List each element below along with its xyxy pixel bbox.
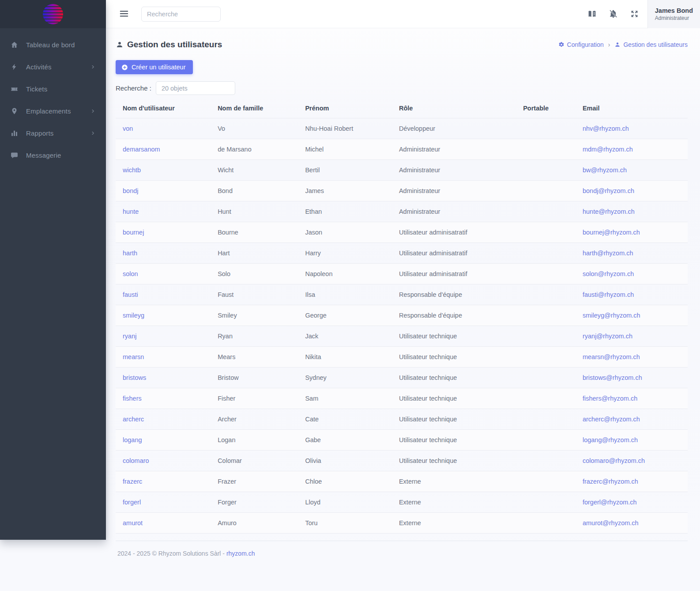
create-user-button-label: Créer un utilisateur (132, 64, 186, 71)
cell-username-link[interactable]: harth (123, 250, 137, 257)
cell-username-link[interactable]: demarsanom (123, 146, 160, 153)
users-table: Nom d'utilisateurNom de famillePrénomRôl… (116, 98, 688, 533)
cell-username: logang (116, 430, 211, 451)
cell-email-link[interactable]: forgerl@rhyzom.ch (583, 499, 637, 506)
user-icon (614, 42, 621, 48)
column-header: Prénom (298, 98, 392, 118)
user-menu[interactable]: James Bond Administrateur (647, 0, 700, 28)
table-search-input[interactable] (156, 81, 235, 95)
cell-email-link[interactable]: mdm@rhyzom.ch (583, 146, 633, 153)
cell-portable (516, 139, 576, 160)
cell-username-link[interactable]: colomaro (123, 457, 149, 464)
cell-username-link[interactable]: bondj (123, 187, 138, 194)
cell-role: Responsable d'équipe (392, 284, 516, 305)
cell-email: logang@rhyzom.ch (576, 430, 688, 451)
sidebar-item-dashboard[interactable]: Tableau de bord (0, 34, 106, 56)
cell-email: colomaro@rhyzom.ch (576, 451, 688, 471)
cell-username-link[interactable]: amurot (123, 519, 143, 527)
cell-username-link[interactable]: frazerc (123, 478, 142, 485)
cell-email-link[interactable]: hunte@rhyzom.ch (583, 208, 635, 215)
cell-portable (516, 513, 576, 534)
map-pin-icon (11, 107, 18, 115)
table-search-label: Recherche : (116, 84, 151, 92)
cell-username: amurot (116, 513, 211, 534)
cell-portable (516, 201, 576, 222)
bell-slash-icon[interactable] (609, 9, 618, 19)
sidebar-item-label: Tickets (26, 85, 95, 93)
footer-link[interactable]: rhyzom.ch (226, 550, 255, 557)
cell-email-link[interactable]: fausti@rhyzom.ch (583, 291, 634, 298)
cell-firstname: George (298, 305, 392, 326)
cell-email: mearsn@rhyzom.ch (576, 347, 688, 367)
breadcrumb-user-management[interactable]: Gestion des utilisateurs (614, 41, 688, 48)
cell-username-link[interactable]: ryanj (123, 333, 136, 340)
cell-lastname: Archer (211, 409, 298, 430)
cell-email-link[interactable]: bournej@rhyzom.ch (583, 229, 640, 236)
table-row: frazercFrazerChloeExternefrazerc@rhyzom.… (116, 471, 688, 492)
cell-email-link[interactable]: archerc@rhyzom.ch (583, 416, 640, 423)
cell-email-link[interactable]: amurot@rhyzom.ch (583, 519, 639, 527)
cell-email-link[interactable]: frazerc@rhyzom.ch (583, 478, 638, 485)
cell-role: Responsable d'équipe (392, 305, 516, 326)
cell-email-link[interactable]: mearsn@rhyzom.ch (583, 353, 640, 360)
cell-username-link[interactable]: logang (123, 436, 142, 443)
sidebar-item-tickets[interactable]: Tickets (0, 78, 106, 100)
cell-email-link[interactable]: logang@rhyzom.ch (583, 436, 638, 443)
cell-email-link[interactable]: harth@rhyzom.ch (583, 250, 633, 257)
cell-email-link[interactable]: colomaro@rhyzom.ch (583, 457, 645, 464)
footer-copyright: 2024 - 2025 © Rhyzom Solutions Sàrl - (117, 550, 226, 557)
cell-email-link[interactable]: bondj@rhyzom.ch (583, 187, 634, 194)
cell-username: smileyg (116, 305, 211, 326)
cell-firstname: Bertil (298, 160, 392, 181)
cell-email: bw@rhyzom.ch (576, 160, 688, 181)
cell-username-link[interactable]: bournej (123, 229, 144, 236)
sidebar-item-activities[interactable]: Activités (0, 56, 106, 78)
cell-email-link[interactable]: fishers@rhyzom.ch (583, 395, 637, 402)
sidebar-item-reports[interactable]: Rapports (0, 122, 106, 144)
breadcrumb-configuration[interactable]: Configuration (558, 41, 604, 48)
cell-username: colomaro (116, 451, 211, 471)
sidebar-item-locations[interactable]: Emplacements (0, 100, 106, 122)
gear-icon (558, 42, 565, 48)
cell-username-link[interactable]: fausti (123, 291, 138, 298)
table-row: demarsanomde MarsanoMichelAdministrateur… (116, 139, 688, 160)
menu-icon[interactable] (119, 9, 130, 19)
cell-email-link[interactable]: nhv@rhyzom.ch (583, 125, 629, 132)
cell-username-link[interactable]: fishers (123, 395, 142, 402)
cell-username-link[interactable]: forgerl (123, 499, 141, 506)
cell-username-link[interactable]: bristows (123, 374, 146, 381)
cell-email-link[interactable]: bw@rhyzom.ch (583, 167, 627, 174)
cell-firstname: Sydney (298, 367, 392, 388)
cell-username-link[interactable]: mearsn (123, 353, 144, 360)
cell-email: hunte@rhyzom.ch (576, 201, 688, 222)
cell-username: bristows (116, 367, 211, 388)
cell-email-link[interactable]: smileyg@rhyzom.ch (583, 312, 640, 319)
brand-logo[interactable] (43, 4, 63, 24)
cell-role: Utilisateur technique (392, 347, 516, 367)
column-header: Nom de famille (211, 98, 298, 118)
cell-email: ryanj@rhyzom.ch (576, 326, 688, 347)
table-row: forgerlForgerLloydExterneforgerl@rhyzom.… (116, 492, 688, 513)
cell-username: bournej (116, 222, 211, 243)
column-header: Rôle (392, 98, 516, 118)
create-user-button[interactable]: Créer un utilisateur (116, 60, 193, 74)
table-filter-row: Recherche : (116, 81, 688, 95)
cell-username-link[interactable]: von (123, 125, 133, 132)
cell-username-link[interactable]: solon (123, 270, 138, 277)
sidebar-item-messaging[interactable]: Messagerie (0, 144, 106, 166)
cell-username-link[interactable]: archerc (123, 416, 144, 423)
book-icon[interactable] (587, 9, 597, 19)
cell-username-link[interactable]: wichtb (123, 167, 141, 174)
cell-portable (516, 367, 576, 388)
column-header: Nom d'utilisateur (116, 98, 211, 118)
cell-role: Utilisateur adminisatratif (392, 243, 516, 264)
cell-email-link[interactable]: bristows@rhyzom.ch (583, 374, 642, 381)
table-row: bournejBourneJasonUtilisateur adminisatr… (116, 222, 688, 243)
cell-username-link[interactable]: hunte (123, 208, 139, 215)
cell-email-link[interactable]: ryanj@rhyzom.ch (583, 333, 632, 340)
cell-username-link[interactable]: smileyg (123, 312, 144, 319)
cell-portable (516, 284, 576, 305)
fullscreen-icon[interactable] (630, 9, 640, 19)
search-input[interactable] (141, 7, 221, 22)
cell-email-link[interactable]: solon@rhyzom.ch (583, 270, 634, 277)
